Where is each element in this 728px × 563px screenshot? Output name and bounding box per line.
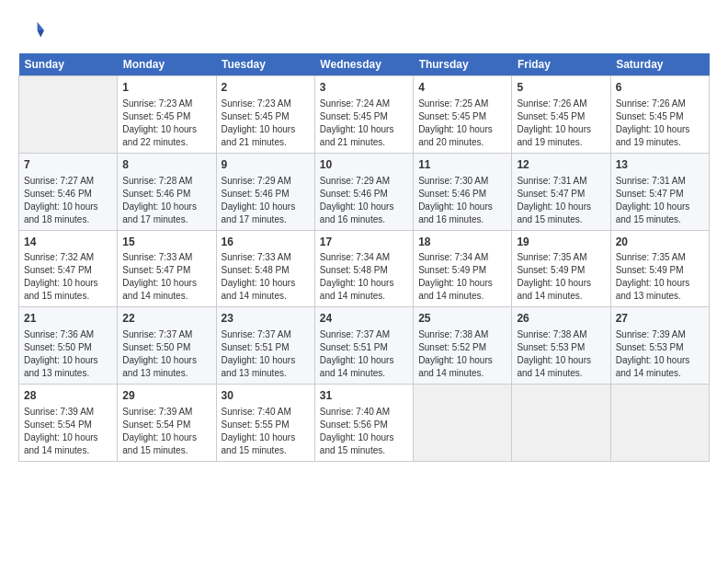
calendar-cell: 18Sunrise: 7:34 AM Sunset: 5:49 PM Dayli… (414, 230, 512, 307)
calendar-cell: 21Sunrise: 7:36 AM Sunset: 5:50 PM Dayli… (19, 307, 118, 385)
calendar-cell: 29Sunrise: 7:39 AM Sunset: 5:54 PM Dayli… (118, 385, 216, 462)
calendar-week-row: 7Sunrise: 7:27 AM Sunset: 5:46 PM Daylig… (19, 153, 710, 230)
calendar-cell (610, 385, 709, 462)
day-info: Sunrise: 7:38 AM Sunset: 5:52 PM Dayligh… (418, 328, 506, 380)
calendar-cell: 3Sunrise: 7:24 AM Sunset: 5:45 PM Daylig… (314, 76, 413, 154)
page-header (18, 18, 710, 44)
svg-marker-1 (38, 30, 44, 37)
weekday-header: Monday (118, 53, 216, 76)
calendar-cell: 25Sunrise: 7:38 AM Sunset: 5:52 PM Dayli… (414, 307, 512, 385)
calendar-cell: 10Sunrise: 7:29 AM Sunset: 5:46 PM Dayli… (314, 153, 413, 230)
calendar-cell (414, 385, 512, 462)
day-number: 14 (24, 235, 112, 250)
day-number: 1 (122, 80, 210, 96)
weekday-header: Tuesday (216, 53, 314, 76)
day-info: Sunrise: 7:36 AM Sunset: 5:50 PM Dayligh… (24, 328, 112, 380)
day-info: Sunrise: 7:37 AM Sunset: 5:51 PM Dayligh… (320, 328, 408, 380)
calendar-cell: 6Sunrise: 7:26 AM Sunset: 5:45 PM Daylig… (610, 76, 709, 154)
day-number: 20 (616, 235, 704, 250)
day-number: 21 (24, 311, 112, 327)
calendar-cell: 15Sunrise: 7:33 AM Sunset: 5:47 PM Dayli… (118, 230, 216, 307)
day-info: Sunrise: 7:29 AM Sunset: 5:46 PM Dayligh… (320, 175, 408, 226)
day-info: Sunrise: 7:27 AM Sunset: 5:46 PM Dayligh… (24, 175, 112, 226)
day-info: Sunrise: 7:39 AM Sunset: 5:54 PM Dayligh… (122, 406, 210, 457)
calendar-cell: 9Sunrise: 7:29 AM Sunset: 5:46 PM Daylig… (216, 153, 314, 230)
day-number: 11 (418, 157, 506, 173)
day-info: Sunrise: 7:39 AM Sunset: 5:53 PM Dayligh… (616, 328, 704, 380)
calendar-cell: 27Sunrise: 7:39 AM Sunset: 5:53 PM Dayli… (610, 307, 709, 385)
day-number: 9 (222, 157, 310, 173)
calendar-cell (19, 76, 118, 154)
day-number: 12 (517, 157, 605, 173)
calendar-cell: 12Sunrise: 7:31 AM Sunset: 5:47 PM Dayli… (512, 153, 610, 230)
weekday-header: Sunday (19, 53, 118, 76)
calendar-cell: 20Sunrise: 7:35 AM Sunset: 5:49 PM Dayli… (610, 230, 709, 307)
day-info: Sunrise: 7:31 AM Sunset: 5:47 PM Dayligh… (517, 175, 605, 226)
day-info: Sunrise: 7:26 AM Sunset: 5:45 PM Dayligh… (517, 98, 605, 149)
day-number: 13 (616, 157, 704, 173)
logo (18, 18, 48, 44)
day-number: 10 (320, 157, 408, 173)
day-number: 29 (122, 388, 210, 404)
calendar-cell: 16Sunrise: 7:33 AM Sunset: 5:48 PM Dayli… (216, 230, 314, 307)
day-info: Sunrise: 7:35 AM Sunset: 5:49 PM Dayligh… (616, 251, 704, 303)
weekday-header: Thursday (414, 53, 512, 76)
day-number: 30 (222, 388, 310, 404)
day-info: Sunrise: 7:37 AM Sunset: 5:50 PM Dayligh… (122, 328, 210, 380)
calendar-cell: 1Sunrise: 7:23 AM Sunset: 5:45 PM Daylig… (118, 76, 216, 154)
day-number: 17 (320, 235, 408, 250)
day-number: 27 (616, 311, 704, 327)
calendar-cell: 13Sunrise: 7:31 AM Sunset: 5:47 PM Dayli… (610, 153, 709, 230)
calendar-cell: 5Sunrise: 7:26 AM Sunset: 5:45 PM Daylig… (512, 76, 610, 154)
day-number: 28 (24, 388, 112, 404)
day-number: 5 (517, 80, 605, 96)
calendar-cell: 14Sunrise: 7:32 AM Sunset: 5:47 PM Dayli… (19, 230, 118, 307)
calendar-cell: 11Sunrise: 7:30 AM Sunset: 5:46 PM Dayli… (414, 153, 512, 230)
calendar-week-row: 28Sunrise: 7:39 AM Sunset: 5:54 PM Dayli… (19, 385, 710, 462)
day-number: 25 (418, 311, 506, 327)
day-info: Sunrise: 7:33 AM Sunset: 5:47 PM Dayligh… (122, 251, 210, 303)
calendar-cell: 4Sunrise: 7:25 AM Sunset: 5:45 PM Daylig… (414, 76, 512, 154)
day-number: 22 (122, 311, 210, 327)
calendar-week-row: 14Sunrise: 7:32 AM Sunset: 5:47 PM Dayli… (19, 230, 710, 307)
day-info: Sunrise: 7:40 AM Sunset: 5:55 PM Dayligh… (222, 406, 310, 457)
day-info: Sunrise: 7:35 AM Sunset: 5:49 PM Dayligh… (517, 251, 605, 303)
day-number: 4 (418, 80, 506, 96)
svg-marker-0 (38, 22, 44, 30)
calendar-cell: 19Sunrise: 7:35 AM Sunset: 5:49 PM Dayli… (512, 230, 610, 307)
day-info: Sunrise: 7:26 AM Sunset: 5:45 PM Dayligh… (616, 98, 704, 149)
calendar-cell: 28Sunrise: 7:39 AM Sunset: 5:54 PM Dayli… (19, 385, 118, 462)
calendar-cell: 24Sunrise: 7:37 AM Sunset: 5:51 PM Dayli… (314, 307, 413, 385)
logo-icon (18, 18, 44, 44)
calendar-cell: 7Sunrise: 7:27 AM Sunset: 5:46 PM Daylig… (19, 153, 118, 230)
day-info: Sunrise: 7:39 AM Sunset: 5:54 PM Dayligh… (24, 406, 112, 457)
calendar-table: SundayMondayTuesdayWednesdayThursdayFrid… (18, 53, 710, 462)
day-info: Sunrise: 7:32 AM Sunset: 5:47 PM Dayligh… (24, 251, 112, 303)
day-number: 15 (122, 235, 210, 250)
calendar-cell: 8Sunrise: 7:28 AM Sunset: 5:46 PM Daylig… (118, 153, 216, 230)
day-info: Sunrise: 7:34 AM Sunset: 5:48 PM Dayligh… (320, 251, 408, 303)
day-info: Sunrise: 7:29 AM Sunset: 5:46 PM Dayligh… (222, 175, 310, 226)
day-info: Sunrise: 7:38 AM Sunset: 5:53 PM Dayligh… (517, 328, 605, 380)
day-number: 7 (24, 157, 112, 173)
calendar-cell: 23Sunrise: 7:37 AM Sunset: 5:51 PM Dayli… (216, 307, 314, 385)
day-number: 6 (616, 80, 704, 96)
weekday-header: Wednesday (314, 53, 413, 76)
day-number: 18 (418, 235, 506, 250)
day-number: 24 (320, 311, 408, 327)
day-number: 31 (320, 388, 408, 404)
day-number: 19 (517, 235, 605, 250)
day-info: Sunrise: 7:24 AM Sunset: 5:45 PM Dayligh… (320, 98, 408, 149)
day-info: Sunrise: 7:28 AM Sunset: 5:46 PM Dayligh… (122, 175, 210, 226)
calendar-cell: 26Sunrise: 7:38 AM Sunset: 5:53 PM Dayli… (512, 307, 610, 385)
day-info: Sunrise: 7:30 AM Sunset: 5:46 PM Dayligh… (418, 175, 506, 226)
calendar-week-row: 1Sunrise: 7:23 AM Sunset: 5:45 PM Daylig… (19, 76, 710, 154)
calendar-cell (512, 385, 610, 462)
day-info: Sunrise: 7:33 AM Sunset: 5:48 PM Dayligh… (222, 251, 310, 303)
calendar-cell: 22Sunrise: 7:37 AM Sunset: 5:50 PM Dayli… (118, 307, 216, 385)
day-info: Sunrise: 7:40 AM Sunset: 5:56 PM Dayligh… (320, 406, 408, 457)
day-number: 2 (222, 80, 310, 96)
day-info: Sunrise: 7:23 AM Sunset: 5:45 PM Dayligh… (122, 98, 210, 149)
day-number: 3 (320, 80, 408, 96)
day-number: 8 (122, 157, 210, 173)
